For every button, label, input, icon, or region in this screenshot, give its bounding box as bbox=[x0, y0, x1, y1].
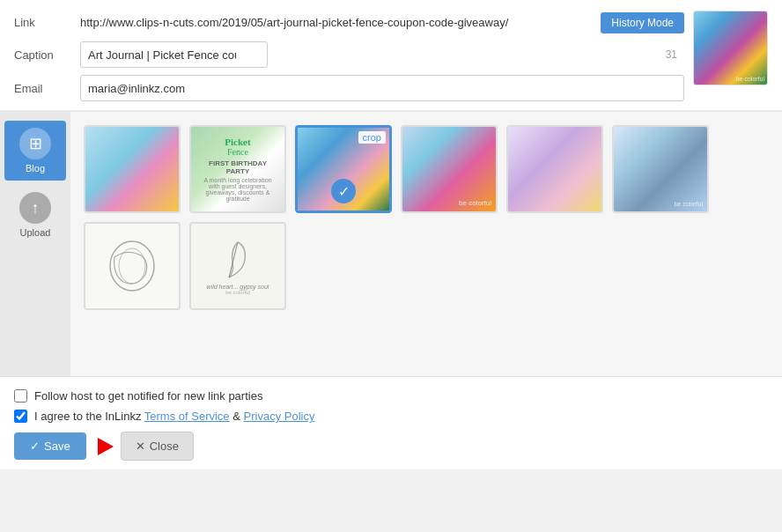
image-6-bg: be colorful bbox=[614, 127, 707, 211]
blog-icon: ⊞ bbox=[29, 134, 42, 153]
follow-label[interactable]: Follow host to get notified for new link… bbox=[34, 389, 262, 403]
image-thumb-2[interactable]: Picket Fence FIRST BIRTHDAY PARTY A mont… bbox=[189, 125, 286, 213]
blog-icon-circle: ⊞ bbox=[19, 128, 51, 159]
agree-checkbox-row: I agree to the InLinkz Terms of Service … bbox=[14, 410, 768, 423]
email-input[interactable] bbox=[80, 75, 684, 101]
save-label: Save bbox=[44, 440, 70, 453]
selected-check-badge: ✓ bbox=[331, 179, 356, 203]
terms-link[interactable]: Terms of Service bbox=[144, 410, 230, 423]
upload-icon: ↑ bbox=[32, 199, 40, 218]
image-thumb-3[interactable]: crop ✓ bbox=[295, 125, 392, 213]
sidebar: ⊞ Blog ↑ Upload bbox=[0, 112, 70, 376]
image-thumb-4[interactable]: be colorful bbox=[401, 125, 498, 213]
follow-checkbox[interactable] bbox=[14, 389, 27, 403]
image-thumb-8[interactable]: wild heart... gypsy soul be colorful bbox=[189, 222, 286, 310]
caption-input-wrapper: 31 bbox=[80, 41, 684, 68]
sketch-icon bbox=[97, 231, 167, 301]
bottom-area: Follow host to get notified for new link… bbox=[0, 376, 782, 469]
sidebar-item-blog[interactable]: ⊞ Blog bbox=[4, 121, 66, 181]
image-8-bg: wild heart... gypsy soul be colorful bbox=[191, 224, 284, 308]
image-1-bg bbox=[85, 127, 179, 211]
check-icon: ✓ bbox=[338, 183, 350, 200]
sidebar-item-upload[interactable]: ↑ Upload bbox=[4, 185, 66, 245]
link-row: Link http://www.clips-n-cuts.com/2019/05… bbox=[14, 11, 684, 34]
link-label: Link bbox=[14, 16, 71, 29]
content-area: ⊞ Blog ↑ Upload Picket bbox=[0, 112, 782, 376]
close-label: Close bbox=[150, 440, 179, 453]
close-x-icon: ✕ bbox=[136, 440, 145, 453]
caption-input[interactable] bbox=[80, 41, 268, 68]
form-fields: Link http://www.clips-n-cuts.com/2019/05… bbox=[14, 11, 684, 101]
upload-icon-circle: ↑ bbox=[19, 192, 51, 224]
images-grid: Picket Fence FIRST BIRTHDAY PARTY A mont… bbox=[70, 112, 782, 376]
form-section: Link http://www.clips-n-cuts.com/2019/05… bbox=[0, 0, 782, 112]
follow-checkbox-row: Follow host to get notified for new link… bbox=[14, 389, 768, 403]
save-button[interactable]: ✓ Save bbox=[14, 432, 86, 460]
image-thumb-5[interactable] bbox=[506, 125, 603, 213]
image-7-bg bbox=[85, 224, 179, 308]
save-check-icon: ✓ bbox=[30, 440, 40, 453]
action-buttons: ✓ Save ✕ Close bbox=[14, 432, 768, 461]
agree-label[interactable]: I agree to the InLinkz Terms of Service … bbox=[34, 410, 314, 423]
image-thumb-1[interactable] bbox=[84, 125, 181, 213]
caption-row: Caption 31 bbox=[14, 41, 684, 68]
image-thumb-6[interactable]: be colorful bbox=[612, 125, 709, 213]
image-2-bg: Picket Fence FIRST BIRTHDAY PARTY A mont… bbox=[191, 127, 284, 211]
agree-pre-text: I agree to the InLinkz bbox=[34, 410, 144, 423]
main-container: Link http://www.clips-n-cuts.com/2019/05… bbox=[0, 0, 782, 469]
sidebar-blog-label: Blog bbox=[26, 163, 45, 174]
privacy-link[interactable]: Privacy Policy bbox=[244, 410, 315, 423]
link-value: http://www.clips-n-cuts.com/2019/05/art-… bbox=[80, 11, 592, 34]
image-4-bg: be colorful bbox=[402, 127, 496, 211]
thumbnail-preview: be colorful bbox=[693, 11, 768, 85]
email-label: Email bbox=[14, 82, 71, 95]
close-button[interactable]: ✕ Close bbox=[121, 432, 194, 461]
crop-label: crop bbox=[358, 131, 386, 144]
feather-icon bbox=[211, 238, 264, 282]
caption-label: Caption bbox=[14, 48, 71, 62]
thumbnail-image: be colorful bbox=[694, 11, 767, 85]
arrow-indicator bbox=[98, 438, 114, 455]
history-mode-button[interactable]: History Mode bbox=[601, 12, 684, 33]
email-row: Email bbox=[14, 75, 684, 101]
image-5-bg bbox=[508, 127, 601, 211]
image-thumb-7[interactable] bbox=[84, 222, 181, 310]
caption-count: 31 bbox=[666, 48, 677, 61]
agree-checkbox[interactable] bbox=[14, 410, 27, 423]
sidebar-upload-label: Upload bbox=[20, 227, 51, 238]
agree-mid-text: & bbox=[230, 410, 244, 423]
thumbnail-text: be colorful bbox=[736, 76, 764, 82]
